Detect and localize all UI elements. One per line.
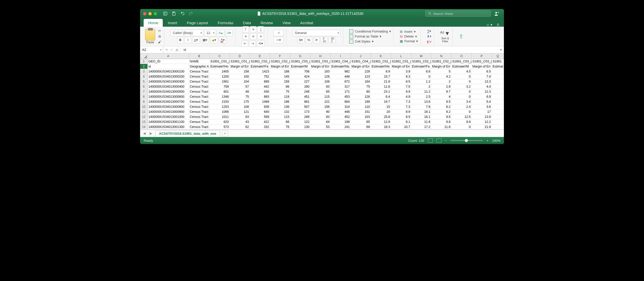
- cell[interactable]: 1346: [210, 94, 230, 99]
- cell[interactable]: 317: [331, 84, 351, 89]
- cell[interactable]: 0: [452, 89, 472, 94]
- cell[interactable]: Census Tract: [189, 79, 210, 84]
- cell[interactable]: 123: [351, 74, 371, 79]
- col-header[interactable]: J: [351, 53, 371, 59]
- cell[interactable]: Census Tract: [189, 119, 210, 124]
- cell[interactable]: 183: [310, 69, 331, 74]
- cell[interactable]: 5.4: [472, 99, 492, 104]
- cell[interactable]: 424: [290, 74, 310, 79]
- col-header[interactable]: B: [189, 53, 210, 59]
- col-header[interactable]: H: [310, 53, 331, 59]
- sort-filter-icon[interactable]: ᴬᶻ▼: [440, 30, 450, 37]
- decrease-indent-icon[interactable]: ⇤: [242, 40, 248, 47]
- cell[interactable]: 132: [270, 109, 290, 114]
- align-left-icon[interactable]: ≡: [242, 33, 249, 40]
- cell[interactable]: S1901_C03_(: [310, 59, 331, 64]
- cell[interactable]: S1901_C02_(: [270, 59, 290, 64]
- cell[interactable]: 982: [331, 69, 351, 74]
- cell[interactable]: 13.9: [472, 114, 492, 119]
- cell[interactable]: 6.6: [411, 69, 431, 74]
- col-header[interactable]: L: [391, 53, 411, 59]
- col-header[interactable]: P: [472, 53, 492, 59]
- cell[interactable]: 2153: [210, 99, 230, 104]
- cell[interactable]: 507: [290, 104, 310, 109]
- minimize-window[interactable]: [148, 12, 152, 15]
- col-header[interactable]: A: [148, 53, 189, 59]
- col-header[interactable]: M: [411, 53, 431, 59]
- cell[interactable]: Estimate!!Fa: [411, 64, 431, 69]
- cell[interactable]: 601: [210, 89, 230, 94]
- formula-input[interactable]: id: [181, 48, 498, 52]
- cell[interactable]: 7.3: [391, 104, 411, 109]
- cell[interactable]: S1901_C02_(: [250, 59, 270, 64]
- cell[interactable]: 640: [250, 109, 270, 114]
- cell[interactable]: 4.9: [391, 94, 411, 99]
- cell[interactable]: 115: [310, 94, 331, 99]
- table-row[interactable]: 71400000US34013000500Census Tract6014843…: [140, 89, 504, 94]
- cell[interactable]: [492, 119, 504, 124]
- bold-button[interactable]: B: [177, 37, 184, 43]
- cell[interactable]: 175: [230, 99, 250, 104]
- cell[interactable]: 446: [331, 109, 351, 114]
- cell[interactable]: S1901_C01_(: [230, 59, 250, 64]
- cell[interactable]: 156: [310, 104, 331, 109]
- cell[interactable]: 198: [331, 119, 351, 124]
- cell[interactable]: 1423: [250, 69, 270, 74]
- cell[interactable]: 2.5: [411, 94, 431, 99]
- cell[interactable]: id: [148, 64, 189, 69]
- cell[interactable]: 1400000US34013001000: [148, 114, 189, 119]
- row-header[interactable]: 10: [140, 104, 148, 109]
- share-icon[interactable]: +: [494, 11, 499, 16]
- cell[interactable]: 2405: [210, 69, 230, 74]
- sheet-tab[interactable]: ACSST5Y2018.S1901_data_with_ove: [155, 130, 220, 136]
- cell[interactable]: 17: [472, 109, 492, 114]
- cell[interactable]: 4.2: [431, 74, 452, 79]
- cell[interactable]: Census Tract: [189, 74, 210, 79]
- sheet-nav-prev-icon[interactable]: ◀: [142, 131, 147, 135]
- cell[interactable]: 0: [452, 74, 472, 79]
- cell[interactable]: 559: [250, 114, 270, 119]
- cell[interactable]: 9.6: [431, 119, 452, 124]
- wrap-text-icon[interactable]: ⤶: [274, 30, 284, 36]
- align-center-icon[interactable]: ≡: [250, 33, 256, 40]
- cell[interactable]: 6.5: [472, 69, 492, 74]
- cell[interactable]: 69: [351, 124, 371, 129]
- cell[interactable]: 75: [270, 89, 290, 94]
- cell[interactable]: 9.8: [452, 119, 472, 124]
- cell[interactable]: [492, 84, 504, 89]
- cell[interactable]: 25.8: [371, 114, 391, 119]
- cell[interactable]: 759: [210, 84, 230, 89]
- cell[interactable]: S1901_C01_(: [371, 59, 391, 64]
- cell[interactable]: 3.9: [391, 69, 411, 74]
- cell[interactable]: 145: [270, 74, 290, 79]
- cell[interactable]: 448: [331, 74, 351, 79]
- underline-button[interactable]: U▾: [192, 37, 200, 43]
- cell[interactable]: 1400000US34013000700: [148, 99, 189, 104]
- cell[interactable]: Margin of Err: [391, 64, 411, 69]
- cell[interactable]: [492, 109, 504, 114]
- format-as-table[interactable]: Format as Table ▾: [349, 34, 381, 39]
- cell[interactable]: 83: [310, 114, 331, 119]
- cell[interactable]: Estimat: [492, 64, 504, 69]
- cell[interactable]: 248: [290, 89, 310, 94]
- cell[interactable]: GEO_ID: [148, 59, 189, 64]
- col-header[interactable]: O: [452, 53, 472, 59]
- format-painter-icon[interactable]: 🖌: [157, 40, 162, 44]
- cell[interactable]: [492, 69, 504, 74]
- cell[interactable]: 7.6: [411, 104, 431, 109]
- cell[interactable]: Census Tract: [189, 89, 210, 94]
- cell[interactable]: 1400000US34013001100: [148, 119, 189, 124]
- cell[interactable]: 17.2: [411, 124, 431, 129]
- cell[interactable]: 68: [270, 119, 290, 124]
- cell[interactable]: [492, 74, 504, 79]
- cell[interactable]: 48: [230, 89, 250, 94]
- cell[interactable]: 1400000US34013000400: [148, 84, 189, 89]
- cell[interactable]: Margin of Err: [472, 64, 492, 69]
- cell[interactable]: Margin of Err: [431, 64, 452, 69]
- cell[interactable]: S1901_C03_(: [290, 59, 310, 64]
- tab-formulas[interactable]: Formulas: [213, 19, 238, 27]
- cell[interactable]: 2.9: [431, 84, 452, 89]
- cell[interactable]: 452: [331, 114, 351, 119]
- fx-icon[interactable]: fx: [176, 48, 178, 52]
- table-row[interactable]: 51400000US34013000300Census Tract1561104…: [140, 79, 504, 84]
